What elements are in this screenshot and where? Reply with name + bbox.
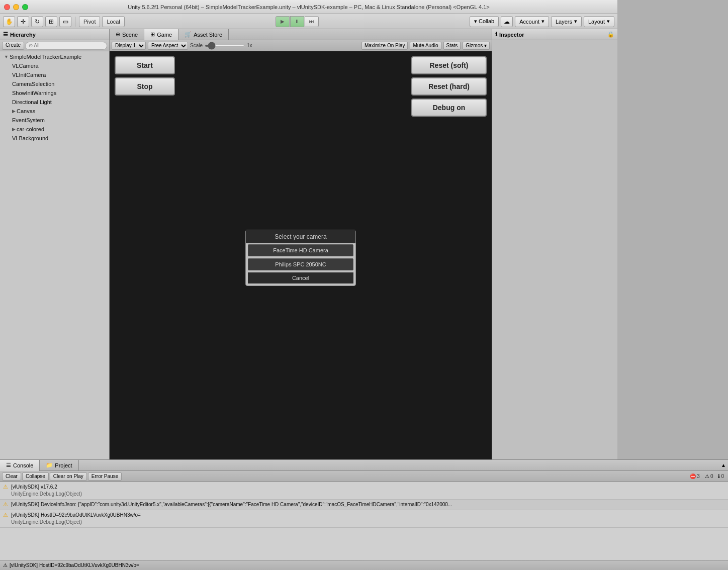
tree-label-directionallight: Directional Light xyxy=(12,99,52,105)
tree-item-root[interactable]: ▼ SimpleModelTrackerExample xyxy=(0,52,109,61)
hierarchy-icon: ☰ xyxy=(3,31,8,38)
tree-item-directionallight[interactable]: Directional Light xyxy=(0,98,109,107)
tree-arrow-root: ▼ xyxy=(4,54,9,59)
play-btn[interactable]: ▶ xyxy=(276,16,290,27)
inspector-icon: ℹ xyxy=(495,31,497,38)
console-tab-icon: ☰ xyxy=(6,462,11,464)
window-title: Unity 5.6.2f1 Personal (64bit) – SimpleM… xyxy=(128,4,489,10)
game-tabs: ⊕ Scene ⊞ Game 🛒 Asset Store xyxy=(110,29,492,40)
main-toolbar: ✋ ✛ ↻ ⊞ ▭ Pivot Local ▶ ⏸ ⏭ ▾ Collab ☁ A… xyxy=(0,14,617,29)
close-button[interactable] xyxy=(4,4,10,10)
game-buttons-top: Start Stop xyxy=(115,56,175,96)
hierarchy-panel: ☰ Hierarchy Create ▼ SimpleModelTrackerE… xyxy=(0,29,110,464)
account-btn[interactable]: Account ▾ xyxy=(515,16,549,27)
tab-game[interactable]: ⊞ Game xyxy=(144,29,178,40)
inspector-lock-icon[interactable]: 🔒 xyxy=(607,31,614,38)
tree-label-eventsystem: EventSystem xyxy=(12,117,45,123)
main-wrapper: ☰ Hierarchy Create ▼ SimpleModelTrackerE… xyxy=(0,29,617,464)
camera-cancel-btn[interactable]: Cancel xyxy=(248,272,353,283)
inspector-title: Inspector xyxy=(499,32,524,38)
tree-label-cameraselection: CameraSelection xyxy=(12,81,54,87)
camera-dialog-title: Select your camera xyxy=(246,230,355,243)
scale-slider[interactable] xyxy=(205,45,245,47)
project-tab[interactable]: 📁 Project xyxy=(40,460,78,465)
scale-label: Scale xyxy=(190,43,203,48)
inspector-body xyxy=(492,40,617,464)
play-controls: ▶ ⏸ ⏭ xyxy=(276,16,319,27)
tree-item-vlinitcamera[interactable]: VLInitCamera xyxy=(0,70,109,79)
scene-tab-icon: ⊕ xyxy=(116,31,120,38)
hierarchy-search[interactable] xyxy=(25,42,107,50)
hand-tool-btn[interactable]: ✋ xyxy=(3,16,15,27)
layout-btn[interactable]: Layout ▾ xyxy=(584,16,614,27)
rect-tool-btn[interactable]: ▭ xyxy=(59,16,71,27)
tree-item-canvas[interactable]: ▶ Canvas xyxy=(0,107,109,116)
mute-audio-btn[interactable]: Mute Audio xyxy=(410,42,441,50)
title-bar: Unity 5.6.2f1 Personal (64bit) – SimpleM… xyxy=(0,0,617,14)
hierarchy-header: ☰ Hierarchy xyxy=(0,29,109,40)
console-tabs: ☰ Console 📁 Project ▲ xyxy=(0,460,617,464)
gizmos-btn[interactable]: Gizmos ▾ xyxy=(463,42,490,50)
camera-option-facetime[interactable]: FaceTime HD Camera xyxy=(248,244,353,256)
hierarchy-title: Hierarchy xyxy=(10,32,36,38)
tree-label-carcolored: car-colored xyxy=(17,126,44,132)
inspector-header: ℹ Inspector 🔒 xyxy=(492,29,617,40)
scale-tool-btn[interactable]: ⊞ xyxy=(45,16,57,27)
pivot-btn[interactable]: Pivot xyxy=(79,16,100,27)
tree-item-eventsystem[interactable]: EventSystem xyxy=(0,116,109,125)
game-viewport: Start Stop Reset (soft) Reset (hard) Deb… xyxy=(110,51,492,464)
separator-1 xyxy=(75,17,75,27)
rotate-tool-btn[interactable]: ↻ xyxy=(31,16,43,27)
tree-item-vlcamera[interactable]: VLCamera xyxy=(0,61,109,70)
tree-label-root: SimpleModelTrackerExample xyxy=(10,54,81,60)
move-tool-btn[interactable]: ✛ xyxy=(17,16,29,27)
tree-label-vlinitcamera: VLInitCamera xyxy=(12,72,46,78)
tree-arrow-canvas: ▶ xyxy=(12,109,16,114)
collab-btn[interactable]: ▾ Collab xyxy=(470,16,499,27)
reset-soft-button[interactable]: Reset (soft) xyxy=(411,56,487,74)
stop-button[interactable]: Stop xyxy=(115,77,175,96)
tree-label-vlbackground: VLBackground xyxy=(12,135,48,141)
tree-item-carcolored[interactable]: ▶ car-colored xyxy=(0,125,109,134)
layers-btn[interactable]: Layers ▾ xyxy=(551,16,582,27)
tree-item-showinitwarnings[interactable]: ShowInitWarnings xyxy=(0,88,109,98)
console-tab-label: Console xyxy=(13,462,33,465)
scale-value: 1x xyxy=(247,43,252,48)
top-content: ☰ Hierarchy Create ▼ SimpleModelTrackerE… xyxy=(0,29,617,464)
reset-hard-button[interactable]: Reset (hard) xyxy=(411,77,487,96)
camera-option-philips[interactable]: Philips SPC 2050NC xyxy=(248,258,353,270)
game-tab-icon: ⊞ xyxy=(150,31,155,38)
traffic-lights xyxy=(4,4,28,10)
scene-tab-label: Scene xyxy=(122,32,138,38)
tree-item-cameraselection[interactable]: CameraSelection xyxy=(0,79,109,88)
create-btn[interactable]: Create xyxy=(2,42,24,50)
project-tab-label: Project xyxy=(55,462,72,465)
asset-store-tab-icon: 🛒 xyxy=(185,31,192,38)
hierarchy-toolbar: Create xyxy=(0,40,109,51)
debug-on-button[interactable]: Debug on xyxy=(411,99,487,117)
stats-btn[interactable]: Stats xyxy=(443,42,461,50)
local-btn[interactable]: Local xyxy=(102,16,124,27)
game-controls-bar: Display 1 Free Aspect Scale 1x Maximize … xyxy=(110,40,492,51)
maximize-button[interactable] xyxy=(22,4,28,10)
tab-scene[interactable]: ⊕ Scene xyxy=(110,29,144,40)
tree-item-vlbackground[interactable]: VLBackground xyxy=(0,134,109,143)
aspect-select[interactable]: Free Aspect xyxy=(148,42,188,50)
project-tab-icon: 📁 xyxy=(46,462,53,464)
game-area: ⊕ Scene ⊞ Game 🛒 Asset Store Display 1 xyxy=(110,29,492,464)
tree-label-vlcamera: VLCamera xyxy=(12,63,39,69)
display-select[interactable]: Display 1 xyxy=(112,42,146,50)
minimize-button[interactable] xyxy=(13,4,19,10)
pause-btn[interactable]: ⏸ xyxy=(290,16,304,27)
maximize-on-play-btn[interactable]: Maximize On Play xyxy=(361,42,408,50)
console-tab[interactable]: ☰ Console xyxy=(0,460,40,465)
cloud-btn[interactable]: ☁ xyxy=(501,16,513,27)
asset-store-tab-label: Asset Store xyxy=(194,32,222,38)
start-button[interactable]: Start xyxy=(115,56,175,74)
camera-dialog: Select your camera FaceTime HD Camera Ph… xyxy=(245,230,356,286)
game-tab-label: Game xyxy=(157,32,172,38)
tab-asset-store[interactable]: 🛒 Asset Store xyxy=(178,29,229,40)
game-side-buttons: Reset (soft) Reset (hard) Debug on xyxy=(411,56,487,117)
step-btn[interactable]: ⏭ xyxy=(305,16,319,27)
tree-label-showinitwarnings: ShowInitWarnings xyxy=(12,90,56,96)
